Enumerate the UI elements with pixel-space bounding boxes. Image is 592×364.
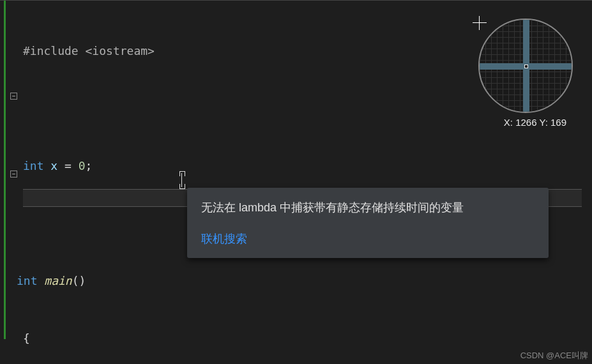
code-token: { [23,331,30,345]
code-token: () [72,274,86,287]
fold-button-main[interactable]: − [10,93,17,100]
code-token: 0 [79,159,86,172]
fold-button-lambda[interactable]: − [10,171,17,178]
text-cursor-icon [181,173,182,187]
watermark: CSDN @ACE叫牌 [520,350,588,361]
fold-gutter: − − [10,1,19,364]
code-token: int [17,274,38,287]
code-token: #include <iostream> [23,44,155,57]
code-token: x [50,159,57,172]
magnifier-center-pixel [524,64,528,68]
code-editor[interactable]: − − #include <iostream> int x = 0; int m… [0,0,592,364]
tooltip-search-link[interactable]: 联机搜索 [201,231,535,246]
change-margin [4,1,6,339]
error-tooltip: 无法在 lambda 中捕获带有静态存储持续时间的变量 联机搜索 [187,188,549,258]
tooltip-message: 无法在 lambda 中捕获带有静态存储持续时间的变量 [201,199,535,216]
code-token: main [44,274,72,287]
code-token: int [23,159,44,172]
code-token: = [65,159,72,172]
coordinate-label: X: 1266 Y: 169 [504,117,566,128]
color-picker-magnifier[interactable] [478,19,573,113]
